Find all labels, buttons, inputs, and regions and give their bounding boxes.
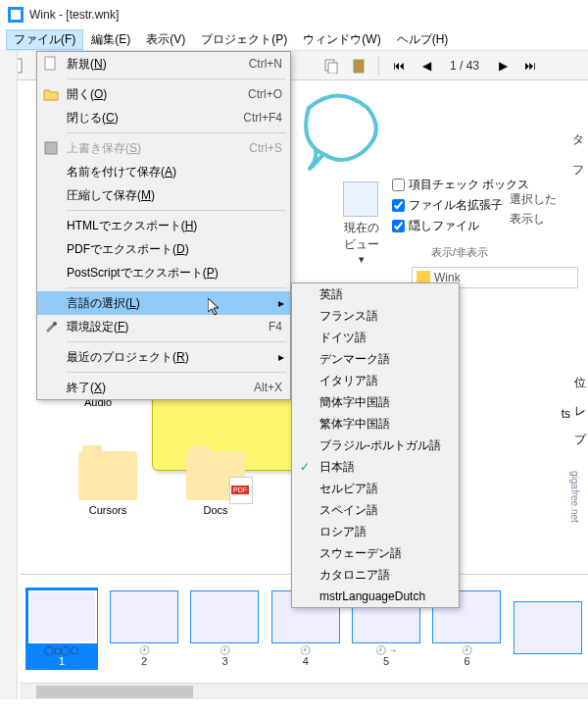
open-icon	[43, 86, 59, 102]
language-item[interactable]: スペイン語	[292, 499, 459, 521]
menu-item[interactable]: 開く(O)Ctrl+O	[37, 82, 290, 106]
save-icon	[43, 140, 59, 156]
menu-item-label: 名前を付けて保存(A)	[67, 164, 282, 180]
menu-item-label: 言語の選択(L)	[67, 295, 282, 312]
menu-item[interactable]: 最近のプロジェクト(R)▸	[37, 345, 290, 369]
menu-item-label: 開く(O)	[67, 86, 248, 103]
folder-icon	[78, 451, 137, 500]
thumbnail[interactable]	[514, 601, 582, 656]
menu-item[interactable]: 圧縮して保存(M)	[37, 183, 290, 207]
check-extensions[interactable]	[392, 199, 405, 212]
folder-item[interactable]: Docs	[186, 451, 245, 516]
menu-item-label: 最近のプロジェクト(R)	[67, 349, 282, 366]
horizontal-scrollbar[interactable]	[20, 683, 588, 699]
thumbnail-badges: ◯◻◯▢	[28, 645, 95, 655]
language-item[interactable]: 英語	[292, 283, 459, 305]
language-item[interactable]: イタリア語	[292, 370, 459, 391]
folder-item[interactable]: Cursors	[78, 451, 137, 516]
language-item[interactable]: ロシア語	[292, 521, 459, 542]
menu-separator	[67, 341, 286, 342]
menu-item[interactable]: 名前を付けて保存(A)	[37, 160, 290, 183]
shortcuts-text: ts	[562, 407, 570, 421]
menu-item[interactable]: 閉じる(C)Ctrl+F4	[37, 106, 290, 129]
menu-item[interactable]: 終了(X)Alt+X	[37, 376, 290, 399]
language-label: 英語	[319, 286, 343, 303]
language-label: スウェーデン語	[319, 545, 402, 562]
mouse-cursor-icon	[208, 298, 223, 318]
language-label: イタリア語	[319, 373, 378, 389]
menu-item[interactable]: 言語の選択(L)▸	[37, 291, 290, 315]
thumbnail-number: 1	[28, 655, 95, 667]
menu-item-label: PostScriptでエクスポート(P)	[67, 265, 282, 281]
menu-separator	[67, 287, 286, 288]
menu-item-label: 圧縮して保存(M)	[67, 187, 282, 204]
menu-edit[interactable]: 編集(E)	[83, 29, 138, 50]
check-label: ファイル名拡張子	[409, 197, 503, 214]
scrollbar-thumb[interactable]	[36, 686, 193, 698]
language-item[interactable]: 繁体字中国語	[292, 413, 459, 435]
check-label: 隠しファイル	[409, 218, 479, 234]
menu-item-label: 終了(X)	[67, 380, 254, 396]
check-item-boxes[interactable]	[392, 179, 405, 191]
watermark: gigafree.net	[569, 471, 580, 523]
thumbnail[interactable]: 🕘2	[110, 590, 178, 667]
nav-last-icon[interactable]: ⏭	[518, 54, 542, 77]
check-hidden[interactable]	[392, 220, 405, 232]
language-label: デンマーク語	[319, 351, 390, 368]
language-label: カタロニア語	[319, 567, 390, 584]
menu-project[interactable]: プロジェクト(P)	[193, 29, 295, 50]
language-item[interactable]: mstrLanguageDutch	[292, 586, 459, 607]
language-item[interactable]: 簡体字中国語	[292, 391, 459, 413]
language-item[interactable]: スウェーデン語	[292, 542, 459, 564]
language-item[interactable]: ドイツ語	[292, 327, 459, 348]
right-panel-cropped: タ フ	[570, 118, 588, 192]
language-item[interactable]: セルビア語	[292, 478, 459, 499]
language-item[interactable]: ✓日本語	[292, 456, 459, 478]
svg-rect-1	[11, 10, 21, 20]
pdf-badge-icon	[229, 477, 253, 504]
language-submenu: 英語フランス語ドイツ語デンマーク語イタリア語簡体字中国語繁体字中国語ブラジル-ポ…	[291, 282, 460, 608]
menu-item[interactable]: PDFでエクスポート(D)	[37, 237, 290, 261]
check-icon: ✓	[300, 460, 310, 474]
menu-item[interactable]: 上書き保存(S)Ctrl+S	[37, 136, 290, 160]
language-label: ブラジル-ポルトガル語	[319, 437, 441, 454]
thumbnail-image	[28, 590, 97, 643]
menu-separator	[67, 210, 286, 211]
submenu-arrow-icon: ▸	[278, 296, 284, 310]
language-item[interactable]: デンマーク語	[292, 348, 459, 370]
thumbnail[interactable]: ◯◻◯▢ 1	[25, 588, 98, 670]
menu-item-label: 新規(N)	[67, 56, 249, 73]
folder-label: Cursors	[78, 504, 137, 516]
menu-item[interactable]: PostScriptでエクスポート(P)	[37, 261, 290, 284]
toolbar-copy-icon[interactable]	[319, 54, 343, 77]
menu-help[interactable]: ヘルプ(H)	[389, 29, 457, 50]
nav-prev-icon[interactable]: ◀	[415, 54, 438, 77]
menu-view[interactable]: 表示(V)	[138, 29, 193, 50]
svg-rect-7	[45, 142, 57, 154]
ribbon-nav-pane-icon[interactable]	[343, 181, 378, 217]
nav-next-icon[interactable]: ▶	[491, 54, 514, 77]
menu-item[interactable]: 新規(N)Ctrl+N	[37, 52, 290, 76]
menu-separator	[67, 372, 286, 373]
menu-file[interactable]: ファイル(F)	[6, 29, 83, 50]
menu-item[interactable]: HTMLでエクスポート(H)	[37, 214, 290, 237]
menu-shortcut: Ctrl+N	[249, 57, 282, 71]
menu-separator	[67, 78, 286, 79]
page-indicator: 1 / 43	[442, 59, 487, 73]
language-label: 日本語	[319, 459, 355, 476]
menu-separator	[67, 132, 286, 133]
toolbar-paste-icon[interactable]	[347, 54, 370, 77]
menu-item[interactable]: 環境設定(F)F4	[37, 315, 290, 338]
menu-window[interactable]: ウィンドウ(W)	[295, 29, 388, 50]
nav-first-icon[interactable]: ⏮	[387, 54, 411, 77]
language-item[interactable]: フランス語	[292, 305, 459, 327]
language-label: フランス語	[319, 308, 378, 325]
thumbnail[interactable]: 🕘3	[190, 590, 259, 667]
file-menu-dropdown: 新規(N)Ctrl+N開く(O)Ctrl+O閉じる(C)Ctrl+F4上書き保存…	[36, 51, 291, 400]
menu-item-label: HTMLでエクスポート(H)	[67, 218, 282, 234]
app-logo-icon	[8, 7, 24, 23]
menu-shortcut: F4	[269, 320, 282, 333]
language-item[interactable]: ブラジル-ポルトガル語	[292, 435, 459, 456]
language-item[interactable]: カタロニア語	[292, 564, 459, 586]
folder-icon	[186, 451, 245, 500]
